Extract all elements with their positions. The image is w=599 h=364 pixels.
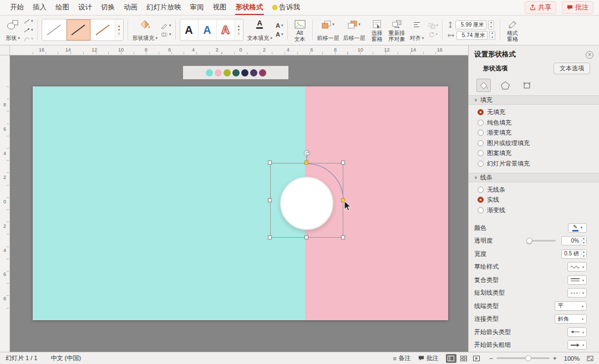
- menu-tab-10[interactable]: 告诉我: [268, 0, 305, 15]
- radio-selected[interactable]: [478, 109, 484, 115]
- cyan-rectangle-shape[interactable]: [33, 86, 305, 320]
- stepper[interactable]: ▲▼: [581, 237, 586, 245]
- height-stepper[interactable]: ▲▼: [488, 20, 494, 29]
- shape-height-field[interactable]: 5.99 厘米: [455, 20, 486, 29]
- color-swatch-3[interactable]: [232, 69, 240, 76]
- radio-selected[interactable]: [478, 197, 484, 203]
- editing-area[interactable]: [10, 55, 468, 352]
- alt-text-button[interactable]: Alt文本: [291, 17, 309, 43]
- wordart-style-3[interactable]: A: [217, 19, 235, 40]
- menu-tab-7[interactable]: 审阅: [186, 0, 209, 15]
- zoom-slider-knob[interactable]: [525, 355, 531, 361]
- wordart-style-1[interactable]: A: [180, 19, 199, 40]
- begin-arrow-type-dropdown[interactable]: ▾: [567, 327, 587, 337]
- fill-option-5[interactable]: 幻灯片背景填充: [478, 160, 592, 168]
- arrow-tool-button[interactable]: ▾: [23, 27, 34, 34]
- adjust-handle-top[interactable]: [304, 161, 308, 165]
- language-indicator[interactable]: 中文 (中国): [50, 354, 80, 362]
- line-width-spinner[interactable]: 0.5 磅 ▲▼: [561, 249, 587, 259]
- fill-option-3[interactable]: 图片或纹理填充: [478, 139, 592, 147]
- menu-tab-3[interactable]: 设计: [74, 0, 97, 15]
- compound-type-dropdown[interactable]: ▾: [567, 275, 587, 285]
- gallery-more-button[interactable]: ▲▼≡: [115, 19, 123, 40]
- color-swatch-4[interactable]: [241, 69, 248, 76]
- line-style-option-1[interactable]: [42, 19, 67, 40]
- notes-toggle[interactable]: ≡备注: [393, 354, 410, 362]
- tab-shape-options[interactable]: 形状选项: [478, 63, 513, 74]
- width-stepper[interactable]: ▲▼: [489, 31, 495, 40]
- comments-toggle[interactable]: 批注: [418, 354, 439, 362]
- fill-option-4[interactable]: 图案填充: [478, 149, 592, 157]
- fill-section-header[interactable]: ∨ 填充: [469, 95, 599, 105]
- menu-tab-4[interactable]: 切换: [97, 0, 119, 15]
- menu-tab-6[interactable]: 幻灯片放映: [142, 0, 186, 15]
- line-option-1[interactable]: 实线: [478, 196, 592, 204]
- menu-tab-0[interactable]: 开始: [6, 0, 28, 15]
- rotate-handle[interactable]: [304, 150, 310, 156]
- fill-option-0[interactable]: 无填充: [478, 108, 592, 116]
- line-section-header[interactable]: ∨ 线条: [469, 173, 599, 182]
- cap-type-dropdown[interactable]: 平 ▾: [555, 301, 587, 311]
- resize-handle-bottom[interactable]: [304, 235, 308, 239]
- text-fill-button[interactable]: A 文本填充▾: [246, 17, 275, 43]
- effects-icon-tab[interactable]: [498, 79, 512, 92]
- slide-canvas[interactable]: 1614121086420246810121416 864202468: [0, 45, 468, 352]
- menu-tab-9[interactable]: 形状格式: [231, 0, 268, 15]
- format-pane-button[interactable]: 格式窗格: [503, 17, 522, 43]
- shape-fill-button[interactable]: 形状填充▾: [131, 17, 160, 43]
- tab-text-options[interactable]: 文本选项: [554, 63, 590, 74]
- normal-view-button[interactable]: [446, 354, 456, 363]
- shape-width-field[interactable]: 5.74 厘米: [456, 31, 488, 40]
- fill-option-2[interactable]: 渐变填充: [478, 129, 592, 137]
- close-icon[interactable]: ×: [586, 51, 593, 59]
- insert-shape-button[interactable]: 形状▾: [3, 17, 22, 43]
- zoom-slider[interactable]: [496, 357, 550, 359]
- color-swatch-2[interactable]: [224, 69, 231, 76]
- shape-effects-button[interactable]: ▾: [160, 31, 172, 38]
- radio-unselected[interactable]: [478, 130, 484, 136]
- slider-knob[interactable]: [526, 238, 532, 244]
- stepper[interactable]: ▲▼: [581, 250, 586, 258]
- radio-unselected[interactable]: [478, 187, 484, 193]
- align-button[interactable]: 对齐▾: [408, 17, 427, 43]
- line-option-2[interactable]: 渐变线: [478, 206, 592, 214]
- transparency-spinner[interactable]: 0% ▲▼: [561, 236, 587, 245]
- color-swatch-5[interactable]: [250, 69, 257, 76]
- menu-tab-1[interactable]: 插入: [28, 0, 51, 15]
- send-backward-button[interactable]: ▾ 后移一层: [342, 17, 367, 43]
- radio-unselected[interactable]: [478, 120, 484, 126]
- resize-handle-top-right[interactable]: [341, 161, 345, 165]
- color-swatch-0[interactable]: [206, 69, 213, 76]
- slide-sorter-view-button[interactable]: [459, 354, 469, 363]
- adjust-handle-right[interactable]: [341, 198, 345, 202]
- sketch-style-dropdown[interactable]: ▾: [567, 262, 587, 271]
- join-type-dropdown[interactable]: 斜角 ▾: [555, 314, 587, 324]
- color-swatch-6[interactable]: [259, 69, 266, 76]
- line-style-option-2-selected[interactable]: [67, 19, 91, 40]
- shape-outline-button[interactable]: ▾: [160, 22, 172, 29]
- fill-option-1[interactable]: 纯色填充: [478, 119, 592, 127]
- resize-handle-bottom-right[interactable]: [341, 235, 345, 239]
- radio-unselected[interactable]: [478, 161, 484, 167]
- reorder-objects-button[interactable]: 重新排序对象: [387, 17, 407, 43]
- radio-unselected[interactable]: [478, 207, 484, 213]
- radio-unselected[interactable]: [478, 150, 484, 156]
- bring-forward-button[interactable]: ▾ 前移一层: [316, 17, 341, 43]
- line-color-button[interactable]: ✎ ▾: [568, 223, 587, 233]
- selection-pane-button[interactable]: 选择窗格: [368, 17, 387, 43]
- text-effects-button[interactable]: A▾: [275, 31, 284, 38]
- curve-tool-button[interactable]: ▾: [23, 35, 34, 43]
- wordart-style-2[interactable]: A: [199, 19, 217, 40]
- menu-tab-5[interactable]: 动画: [119, 0, 142, 15]
- fill-line-icon-tab[interactable]: [476, 79, 491, 92]
- line-style-option-3[interactable]: [91, 19, 115, 40]
- radio-unselected[interactable]: [478, 140, 484, 146]
- line-tool-button[interactable]: ▾: [23, 18, 34, 25]
- vertical-ruler[interactable]: 864202468: [0, 55, 10, 352]
- share-button[interactable]: 共享: [525, 1, 556, 14]
- slideshow-view-button[interactable]: [471, 354, 482, 363]
- dash-type-dropdown[interactable]: ▾: [567, 288, 587, 298]
- fit-slide-button[interactable]: [587, 355, 593, 362]
- resize-handle-left[interactable]: [268, 198, 272, 202]
- menu-tab-2[interactable]: 绘图: [51, 0, 74, 15]
